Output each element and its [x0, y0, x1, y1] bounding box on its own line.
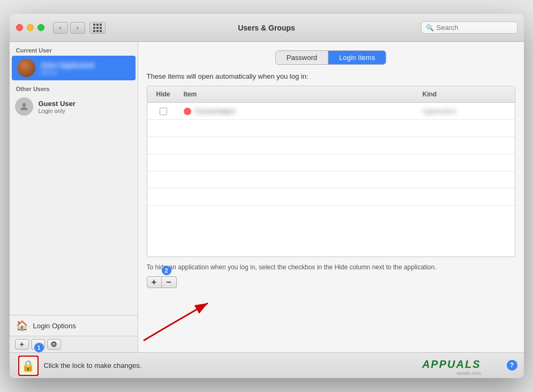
- tab-container: Password Login Items: [275, 50, 386, 65]
- forward-button[interactable]: ›: [70, 22, 85, 34]
- tab-login-items[interactable]: Login Items: [328, 51, 386, 64]
- lock-icon-box[interactable]: 🔒: [18, 356, 39, 376]
- header-item: Item: [179, 88, 418, 100]
- grid-view-button[interactable]: [89, 22, 106, 34]
- appuals-watermark: APPUALS: [422, 358, 481, 371]
- other-users-label: Other Users: [10, 80, 138, 94]
- empty-row-5: [147, 189, 515, 206]
- main-description: These items will open automatically when…: [147, 72, 515, 80]
- search-icon: 🔍: [426, 24, 434, 32]
- traffic-lights: [16, 24, 44, 31]
- item-icon: [184, 108, 191, 115]
- login-options-item[interactable]: 🏠 Login Options: [10, 315, 138, 336]
- guest-user-avatar: [15, 97, 33, 116]
- row-kind-cell: Application: [418, 107, 515, 115]
- tab-password[interactable]: Password: [276, 51, 328, 64]
- item-kind: Application: [423, 107, 457, 115]
- footer-area: To hide an application when you log in, …: [147, 262, 515, 288]
- remove-item-button[interactable]: −: [162, 276, 177, 288]
- row-hide-cell: [147, 108, 179, 115]
- footer-hint: To hide an application when you log in, …: [147, 262, 515, 272]
- hide-checkbox[interactable]: [160, 108, 167, 115]
- titlebar: ‹ › Users & Groups 🔍: [10, 14, 524, 42]
- current-user-avatar: [17, 59, 35, 77]
- empty-row-4: [147, 171, 515, 189]
- item-name: iTunesHelper: [194, 107, 236, 115]
- content-area: Current User John Appleseed Admin Other …: [10, 42, 524, 352]
- nav-buttons: ‹ ›: [53, 22, 85, 34]
- current-user-role: Admin: [41, 69, 94, 76]
- empty-row-1: [147, 120, 515, 137]
- add-user-button[interactable]: +: [15, 339, 29, 350]
- add-remove-buttons: + −: [147, 276, 177, 288]
- empty-row-3: [147, 154, 515, 171]
- search-bar[interactable]: 🔍: [421, 21, 517, 34]
- guest-user-item[interactable]: Guest User Login only: [10, 94, 138, 119]
- main-panel: Password Login Items These items will op…: [138, 42, 524, 352]
- wsxdn-watermark: wsxdn.com: [456, 371, 481, 376]
- current-user-info: John Appleseed Admin: [41, 61, 94, 76]
- back-button[interactable]: ‹: [53, 22, 68, 34]
- svg-point-0: [22, 103, 26, 107]
- minimize-button[interactable]: [27, 24, 34, 31]
- header-hide: Hide: [147, 88, 179, 100]
- annotation-badge-2: 2: [162, 266, 171, 275]
- maximize-button[interactable]: [37, 24, 44, 31]
- guest-user-info: Guest User Login only: [39, 100, 76, 114]
- close-button[interactable]: [16, 24, 23, 31]
- search-input[interactable]: [437, 24, 513, 32]
- header-kind: Kind: [418, 88, 515, 100]
- window-title: Users & Groups: [238, 24, 295, 32]
- items-table: Hide Item Kind iTunesHelper: [147, 86, 515, 257]
- sidebar-toolbar: + − ⚙: [10, 336, 138, 352]
- table-row: iTunesHelper Application: [147, 103, 515, 120]
- row-item-cell: iTunesHelper: [179, 107, 418, 115]
- guest-user-sub: Login only: [39, 108, 76, 114]
- table-header: Hide Item Kind: [147, 86, 515, 103]
- tab-bar: Password Login Items: [147, 50, 515, 65]
- help-button[interactable]: ?: [507, 360, 517, 371]
- guest-user-name: Guest User: [39, 100, 76, 108]
- home-icon: 🏠: [16, 320, 28, 331]
- table-body: iTunesHelper Application: [147, 103, 515, 206]
- current-user-item[interactable]: John Appleseed Admin: [12, 56, 136, 80]
- grid-icon: [93, 24, 102, 32]
- lock-text: Click the lock to make changes.: [44, 361, 142, 370]
- empty-row-2: [147, 137, 515, 154]
- gear-button[interactable]: ⚙: [47, 339, 61, 350]
- login-options-label: Login Options: [33, 322, 76, 330]
- lock-icon: 🔒: [21, 359, 35, 372]
- sidebar: Current User John Appleseed Admin Other …: [10, 42, 138, 352]
- annotation-badge-1: 1: [34, 343, 44, 352]
- add-item-button[interactable]: +: [147, 276, 162, 288]
- current-user-label: Current User: [10, 42, 138, 56]
- current-user-name: John Appleseed: [41, 61, 94, 69]
